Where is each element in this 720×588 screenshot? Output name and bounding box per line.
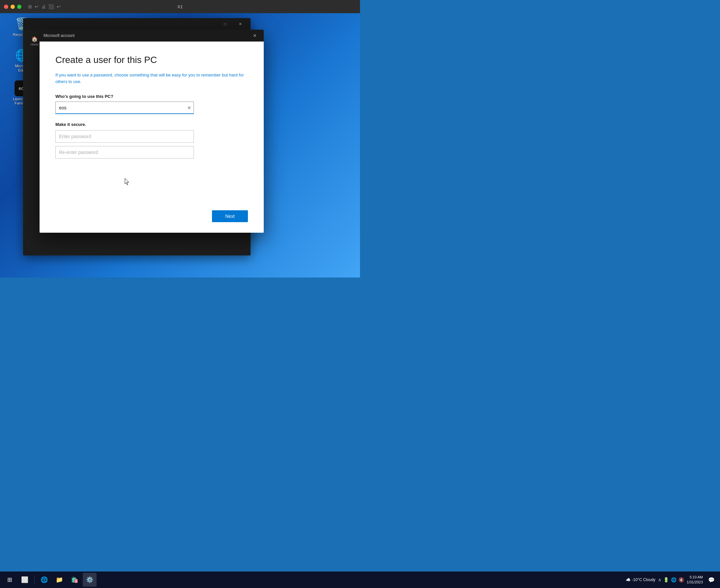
close-button[interactable]: ✕	[233, 18, 248, 30]
toolbar-icon-2: ↩	[35, 4, 39, 9]
who-label: Who's going to use this PC?	[55, 94, 248, 99]
dialog-subtitle: If you want to use a password, choose so…	[55, 72, 248, 85]
clear-username-icon[interactable]: ✕	[187, 105, 191, 110]
desktop: 🗑️ Recycle Bin 🌐 Microsoft Edge eos Laun…	[0, 13, 360, 277]
username-input[interactable]	[55, 102, 194, 114]
next-button[interactable]: Next	[212, 210, 248, 222]
fullscreen-dot[interactable]	[17, 5, 21, 9]
username-input-wrapper: ✕	[55, 102, 194, 114]
minimize-dot[interactable]	[11, 5, 15, 9]
win-controls[interactable]: □ ✕	[218, 18, 248, 30]
dialog-heading: Create a user for this PC	[55, 55, 248, 65]
mac-window-controls[interactable]	[4, 5, 21, 9]
toolbar-icon-5: ↩	[57, 4, 61, 9]
toolbar-icon-3: 🖨	[41, 4, 46, 9]
dialog-footer: Next	[212, 210, 248, 222]
mac-titlebar: ⊞ ↩ 🖨 ⬛ ↩ X1	[0, 0, 360, 13]
reenter-password-input[interactable]	[55, 146, 194, 159]
toolbar-icon-1: ⊞	[28, 4, 32, 9]
close-dot[interactable]	[4, 5, 8, 9]
sidebar-home-label: Home	[30, 43, 39, 46]
maximize-button[interactable]: □	[218, 18, 233, 30]
dialog-title: Microsoft account	[43, 33, 75, 38]
dialog-titlebar: Microsoft account ✕	[40, 30, 264, 42]
password-input[interactable]	[55, 130, 194, 143]
home-icon: 🏠	[31, 36, 38, 42]
ms-account-dialog: Microsoft account ✕ Create a user for th…	[40, 30, 264, 233]
toolbar-icon-4: ⬛	[48, 4, 54, 9]
window-title: X1	[177, 4, 183, 9]
settings-titlebar: □ ✕	[23, 18, 250, 30]
mac-toolbar: ⊞ ↩ 🖨 ⬛ ↩	[28, 4, 61, 9]
dialog-body: Create a user for this PC If you want to…	[40, 42, 264, 233]
dialog-close-button[interactable]: ✕	[250, 30, 260, 41]
secure-label: Make it secure.	[55, 122, 248, 127]
